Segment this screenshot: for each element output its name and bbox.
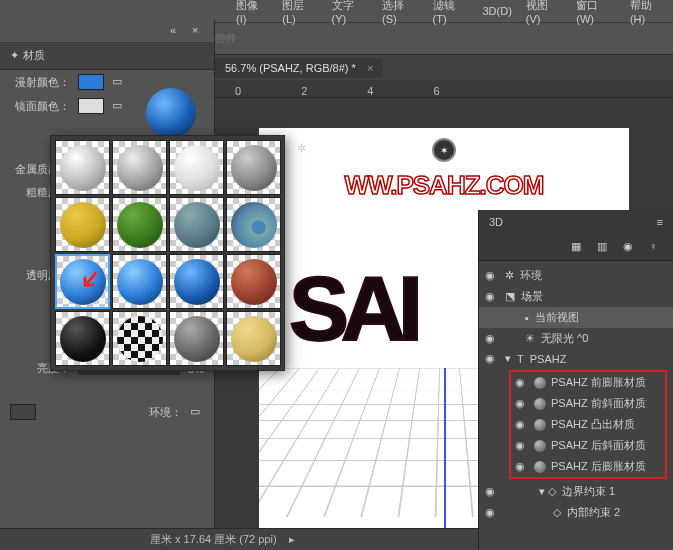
tree-label: PSAHZ: [530, 353, 567, 365]
folder-icon[interactable]: ▭: [112, 99, 126, 113]
menu-image[interactable]: 图像(I): [230, 0, 274, 27]
watermark-text: WW.PSAHZ.COM: [259, 170, 629, 201]
visibility-icon[interactable]: ◉: [515, 418, 529, 431]
menu-help[interactable]: 帮助(H): [624, 0, 673, 27]
filter-light-icon[interactable]: ♀: [649, 240, 663, 254]
tree-row-material[interactable]: ◉PSAHZ 凸出材质: [511, 414, 665, 435]
panel-title: ✦材质: [0, 42, 214, 70]
material-swatch-selected[interactable]: ➔: [55, 254, 110, 309]
3d-panel: 3D ≡ ▦ ▥ ◉ ♀ ◉✲环境 ◉⬔场景 ▪当前视图 ◉☀无限光 ^0 ◉▾…: [478, 210, 673, 550]
material-swatch[interactable]: [169, 197, 224, 252]
material-icon: [534, 377, 546, 389]
menu-view[interactable]: 视图(V): [520, 0, 569, 27]
close-icon[interactable]: ×: [192, 24, 206, 38]
folder-icon[interactable]: ▭: [112, 75, 126, 89]
3d-scene-tree: ◉✲环境 ◉⬔场景 ▪当前视图 ◉☀无限光 ^0 ◉▾TPSAHZ ◉PSAHZ…: [479, 261, 673, 527]
material-swatch[interactable]: [112, 140, 167, 195]
chevron-right-icon[interactable]: ▸: [289, 533, 295, 546]
tree-label: PSAHZ 后斜面材质: [551, 438, 646, 453]
material-swatch[interactable]: [55, 197, 110, 252]
material-swatch[interactable]: [226, 254, 281, 309]
tree-row-light[interactable]: ◉☀无限光 ^0: [479, 328, 673, 349]
material-swatch[interactable]: [112, 197, 167, 252]
visibility-icon[interactable]: ◉: [485, 485, 499, 498]
visibility-icon[interactable]: ◉: [485, 332, 499, 345]
tree-label: 环境: [520, 268, 542, 283]
material-swatch[interactable]: [226, 140, 281, 195]
tree-label: 无限光 ^0: [541, 331, 588, 346]
material-swatch[interactable]: [55, 311, 110, 366]
visibility-icon[interactable]: ◉: [515, 397, 529, 410]
ruler-horizontal: 0 2 4 6: [215, 80, 673, 98]
material-swatch[interactable]: [112, 254, 167, 309]
specular-label: 镜面颜色：: [10, 99, 70, 114]
tree-row-material[interactable]: ◉PSAHZ 后膨胀材质: [511, 456, 665, 477]
visibility-icon[interactable]: ◉: [485, 290, 499, 303]
menu-3d[interactable]: 3D(D): [476, 3, 517, 19]
filter-material-icon[interactable]: ◉: [623, 240, 637, 254]
3d-widget-icon[interactable]: ✶: [432, 138, 456, 162]
menu-select[interactable]: 选择(S): [376, 0, 425, 27]
menu-type[interactable]: 文字(Y): [326, 0, 375, 27]
tree-label: 场景: [521, 289, 543, 304]
material-icon: [534, 398, 546, 410]
ruler-tick: 4: [367, 85, 373, 97]
visibility-icon[interactable]: ◉: [485, 506, 499, 519]
tree-row-current-view[interactable]: ▪当前视图: [479, 307, 673, 328]
material-icon: [534, 461, 546, 473]
document-tab[interactable]: 56.7% (PSAHZ, RGB/8#) * ×: [215, 58, 383, 78]
menu-window[interactable]: 窗口(W): [570, 0, 622, 27]
visibility-icon[interactable]: ◉: [515, 376, 529, 389]
tree-label: PSAHZ 凸出材质: [551, 417, 635, 432]
material-swatch[interactable]: [169, 311, 224, 366]
status-bar: 厘米 x 17.64 厘米 (72 ppi) ▸: [0, 528, 478, 550]
material-swatch[interactable]: [226, 197, 281, 252]
panel-title-label: 材质: [23, 49, 45, 61]
ruler-tick: 2: [301, 85, 307, 97]
document-tab-label: 56.7% (PSAHZ, RGB/8#) *: [225, 62, 356, 74]
material-picker-popup: ✲ ➔: [50, 135, 285, 371]
diffuse-swatch[interactable]: [78, 74, 104, 90]
tree-row-material[interactable]: ◉PSAHZ 前斜面材质: [511, 393, 665, 414]
material-swatch[interactable]: [55, 140, 110, 195]
material-swatch[interactable]: [169, 254, 224, 309]
specular-swatch[interactable]: [78, 98, 104, 114]
tree-row-environment[interactable]: ◉✲环境: [479, 265, 673, 286]
material-swatch[interactable]: [226, 311, 281, 366]
env-label: 环境：: [44, 405, 182, 420]
collapse-icon[interactable]: «: [170, 24, 184, 38]
filter-scene-icon[interactable]: ▦: [571, 240, 585, 254]
visibility-icon[interactable]: ◉: [485, 269, 499, 282]
visibility-icon[interactable]: ◉: [515, 439, 529, 452]
close-icon[interactable]: ×: [367, 62, 373, 74]
material-swatch[interactable]: [112, 311, 167, 366]
tree-label: 边界约束 1: [562, 484, 615, 499]
visibility-icon[interactable]: ◉: [515, 460, 529, 473]
3d-panel-title: 3D: [489, 216, 503, 228]
env-swatch[interactable]: [10, 404, 36, 420]
tree-row-scene[interactable]: ◉⬔场景: [479, 286, 673, 307]
tree-row-boundary[interactable]: ◉▾ ◇边界约束 1: [479, 481, 673, 502]
tree-label: 内部约束 2: [567, 505, 620, 520]
tree-label: PSAHZ 前膨胀材质: [551, 375, 646, 390]
diffuse-label: 漫射颜色：: [10, 75, 70, 90]
menu-bar: 图像(I) 图层(L) 文字(Y) 选择(S) 滤镜(T) 3D(D) 视图(V…: [0, 0, 673, 22]
tree-row-material[interactable]: ◉PSAHZ 前膨胀材质: [511, 372, 665, 393]
tree-label: PSAHZ 前斜面材质: [551, 396, 646, 411]
menu-filter[interactable]: 滤镜(T): [427, 0, 475, 27]
tree-row-layer[interactable]: ◉▾TPSAHZ: [479, 349, 673, 368]
highlighted-materials-group: ◉PSAHZ 前膨胀材质 ◉PSAHZ 前斜面材质 ◉PSAHZ 凸出材质 ◉P…: [509, 370, 667, 479]
3d-axis-line: [444, 368, 446, 528]
material-swatch[interactable]: [169, 140, 224, 195]
filter-mesh-icon[interactable]: ▥: [597, 240, 611, 254]
gear-icon[interactable]: ✲: [297, 142, 306, 155]
menu-layer[interactable]: 图层(L): [276, 0, 323, 27]
3d-text-object[interactable]: SAI: [289, 258, 415, 361]
tree-row-internal[interactable]: ◉◇内部约束 2: [479, 502, 673, 523]
visibility-icon[interactable]: ◉: [485, 352, 499, 365]
folder-icon[interactable]: ▭: [190, 405, 204, 419]
panel-menu-icon[interactable]: ≡: [657, 216, 663, 228]
material-preview-sphere[interactable]: [146, 88, 196, 138]
ruler-tick: 6: [433, 85, 439, 97]
tree-row-material[interactable]: ◉PSAHZ 后斜面材质: [511, 435, 665, 456]
